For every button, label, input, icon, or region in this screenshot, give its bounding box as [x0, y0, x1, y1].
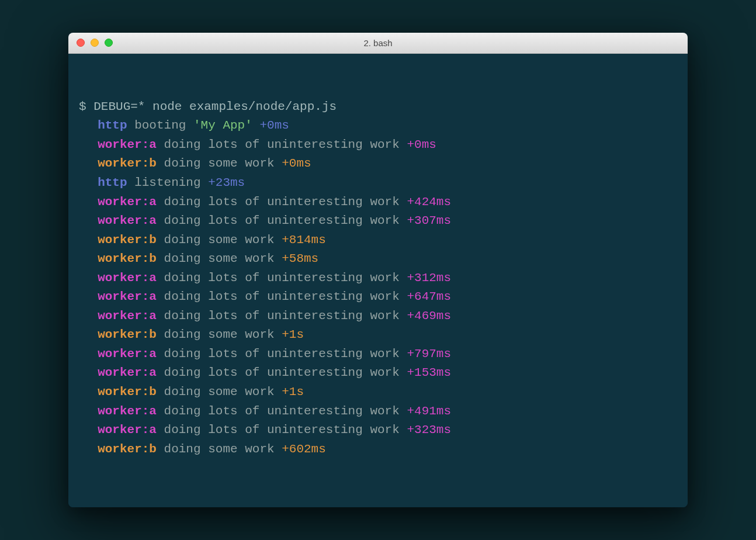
log-message-part: doing lots of uninteresting work [164, 138, 400, 151]
log-namespace: worker:a [98, 366, 157, 379]
log-line: worker:b doing some work +1s [79, 326, 677, 345]
log-message-part: doing lots of uninteresting work [164, 404, 400, 418]
log-namespace: worker:b [98, 442, 157, 456]
log-timing: +307ms [407, 214, 451, 227]
log-line: worker:a doing lots of uninteresting wor… [79, 136, 677, 155]
log-line: worker:b doing some work +602ms [79, 440, 677, 459]
log-message-part: booting [134, 119, 193, 132]
log-message-part: listening [134, 176, 200, 189]
log-message-part: doing lots of uninteresting work [164, 347, 400, 361]
log-namespace: worker:a [98, 138, 157, 151]
close-icon[interactable] [77, 39, 85, 47]
log-line: worker:a doing lots of uninteresting wor… [79, 269, 677, 288]
log-namespace: worker:b [98, 157, 157, 170]
log-line: worker:a doing lots of uninteresting wor… [79, 345, 677, 364]
log-timing: +1s [282, 385, 304, 399]
log-timing: +469ms [407, 309, 451, 323]
log-message-part: doing some work [164, 252, 275, 265]
log-namespace: worker:b [98, 233, 157, 247]
minimize-icon[interactable] [91, 39, 99, 47]
log-message-part: doing some work [164, 328, 275, 341]
log-timing: +491ms [407, 404, 451, 418]
log-message-part: doing lots of uninteresting work [164, 214, 400, 227]
log-line: worker:b doing some work +58ms [79, 250, 677, 269]
log-timing: +0ms [407, 138, 436, 151]
log-timing: +323ms [407, 423, 451, 437]
log-line: worker:b doing some work +814ms [79, 231, 677, 250]
prompt-symbol: $ [79, 100, 86, 113]
log-output: http booting 'My App' +0msworker:a doing… [79, 116, 677, 459]
log-message-part: doing lots of uninteresting work [164, 195, 400, 209]
terminal-window: 2. bash $ DEBUG=* node examples/node/app… [68, 33, 688, 508]
log-line: worker:a doing lots of uninteresting wor… [79, 402, 677, 421]
log-message-part: doing some work [164, 385, 275, 399]
log-namespace: worker:a [98, 309, 157, 323]
maximize-icon[interactable] [105, 39, 113, 47]
log-timing: +797ms [407, 347, 451, 361]
log-timing: +602ms [282, 442, 326, 456]
log-namespace: worker:a [98, 214, 157, 227]
log-line: worker:b doing some work +1s [79, 383, 677, 402]
log-timing: +312ms [407, 271, 451, 285]
log-message-part: doing lots of uninteresting work [164, 271, 400, 285]
log-namespace: worker:a [98, 290, 157, 303]
prompt-line: $ DEBUG=* node examples/node/app.js [79, 98, 677, 117]
log-namespace: http [98, 176, 127, 189]
log-message-part: doing some work [164, 233, 275, 247]
log-line: worker:a doing lots of uninteresting wor… [79, 288, 677, 307]
log-namespace: worker:a [98, 347, 157, 361]
log-timing: +1s [282, 328, 304, 341]
log-timing: +0ms [282, 157, 311, 170]
log-timing: +814ms [282, 233, 326, 247]
terminal-body[interactable]: $ DEBUG=* node examples/node/app.jshttp … [68, 54, 688, 508]
log-timing: +58ms [282, 252, 318, 265]
log-message-part: 'My App' [193, 119, 252, 132]
log-message-part: doing lots of uninteresting work [164, 366, 400, 379]
log-timing: +23ms [208, 176, 245, 189]
log-timing: +647ms [407, 290, 451, 303]
log-message-part: doing lots of uninteresting work [164, 290, 400, 303]
log-namespace: worker:a [98, 271, 157, 285]
log-namespace: worker:b [98, 385, 157, 399]
traffic-lights [68, 39, 113, 47]
log-namespace: worker:a [98, 404, 157, 418]
log-message-part: doing some work [164, 442, 275, 456]
log-line: worker:a doing lots of uninteresting wor… [79, 421, 677, 440]
log-line: http listening +23ms [79, 174, 677, 193]
log-message-part: doing some work [164, 157, 275, 170]
prompt-command: DEBUG=* node examples/node/app.js [93, 100, 337, 113]
log-line: worker:a doing lots of uninteresting wor… [79, 193, 677, 212]
log-namespace: worker:b [98, 252, 157, 265]
log-line: worker:a doing lots of uninteresting wor… [79, 212, 677, 231]
log-line: worker:a doing lots of uninteresting wor… [79, 307, 677, 326]
log-message-part: doing lots of uninteresting work [164, 423, 400, 437]
log-namespace: worker:a [98, 195, 157, 209]
log-timing: +153ms [407, 366, 451, 379]
log-line: worker:b doing some work +0ms [79, 154, 677, 174]
log-line: http booting 'My App' +0ms [79, 116, 677, 136]
log-namespace: worker:a [98, 423, 157, 437]
log-timing: +0ms [259, 119, 289, 132]
log-line: worker:a doing lots of uninteresting wor… [79, 364, 677, 383]
window-titlebar: 2. bash [68, 33, 688, 54]
log-namespace: http [98, 119, 127, 132]
log-namespace: worker:b [98, 328, 157, 341]
log-timing: +424ms [407, 195, 451, 209]
window-title: 2. bash [68, 38, 688, 48]
log-message-part: doing lots of uninteresting work [164, 309, 400, 323]
